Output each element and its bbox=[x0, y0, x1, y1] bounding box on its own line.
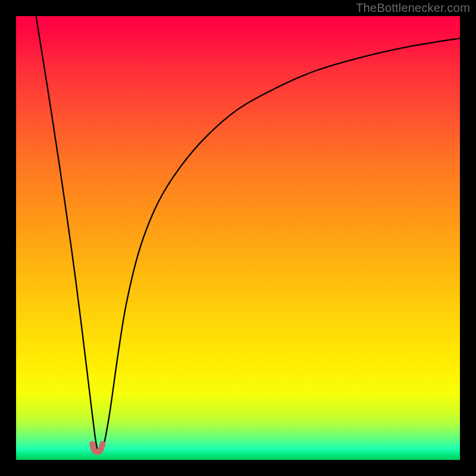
bottleneck-curve bbox=[36, 16, 460, 453]
watermark-text: TheBottlenecker.com bbox=[356, 1, 470, 15]
chart-frame: TheBottlenecker.com bbox=[0, 0, 476, 476]
curves-layer bbox=[16, 16, 460, 460]
plot-area bbox=[16, 16, 460, 460]
